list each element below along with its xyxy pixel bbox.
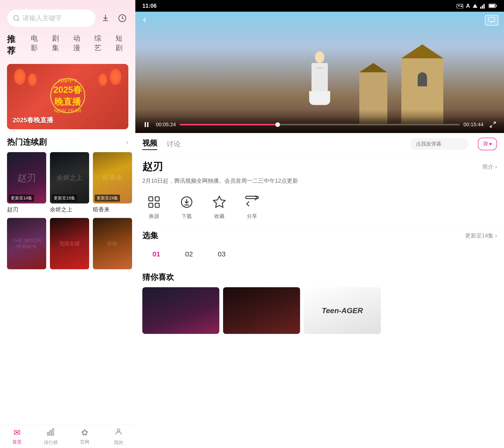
svg-line-21 [493, 122, 496, 124]
official-icon: ✿ [81, 428, 88, 437]
source-label: 换源 [149, 213, 159, 220]
rec-card-3[interactable]: Teen-AGER [304, 287, 381, 334]
right-panel: 11:06 A [135, 0, 504, 448]
download-button[interactable]: 下载 [175, 194, 198, 220]
nav-official[interactable]: ✿ 官网 [68, 425, 102, 448]
battery-icon [489, 3, 497, 8]
tab-video[interactable]: 视频 [142, 138, 157, 150]
danmu-button[interactable]: 弹 ♥ [478, 138, 497, 150]
svg-rect-16 [489, 17, 495, 21]
movie-card-anxiang[interactable]: 暗香来 更新至24集 暗香来 [93, 152, 132, 213]
nav-mine[interactable]: 我的 [102, 425, 135, 448]
episode-header: 选集 更新至14集 › [142, 230, 497, 241]
movie-title-yuying: 余烬之上 [50, 206, 89, 213]
tab-recommend[interactable]: 推荐 [7, 32, 22, 58]
source-switch-button[interactable]: 换源 [142, 194, 166, 220]
rec-thumb-3-text: Teen-AGER [322, 306, 363, 315]
show-intro-link[interactable]: 简介 › [482, 163, 497, 171]
mine-icon [114, 428, 123, 438]
banner-content: HAPPY 2025春晚直播 NEW YEAR [50, 78, 85, 115]
status-icons: A [457, 2, 497, 9]
nav-rank[interactable]: 排行榜 [34, 425, 68, 448]
play-pause-button[interactable] [141, 119, 152, 130]
movie-card-third[interactable]: 剧集 [93, 218, 132, 269]
tab-short[interactable]: 短剧 [115, 32, 128, 58]
svg-rect-15 [496, 5, 497, 6]
rec-card-1[interactable] [142, 287, 219, 334]
fullscreen-button[interactable] [487, 119, 498, 130]
episode-03[interactable]: 03 [208, 246, 236, 263]
danmu-input[interactable] [410, 138, 468, 150]
building-window [418, 72, 427, 86]
snake-circle: HAPPY 2025春晚直播 NEW YEAR [50, 78, 85, 113]
share-button[interactable]: 分享 [240, 194, 264, 220]
banner[interactable]: HAPPY 2025春晚直播 NEW YEAR 2025春晚直播 [7, 64, 128, 129]
home-icon: ✉ [14, 428, 20, 437]
tab-variety[interactable]: 综艺 [94, 32, 107, 58]
wifi-icon [473, 3, 477, 9]
show-title: 赵刃 [142, 160, 163, 174]
svg-rect-10 [480, 7, 481, 9]
update-badge-zhao: 更新至14集 [9, 195, 34, 202]
rec-thumb-2 [223, 287, 300, 334]
rank-icon [47, 428, 55, 438]
nav-home[interactable]: ✉ 首页 [0, 425, 34, 448]
favorite-button[interactable]: 收藏 [208, 194, 231, 220]
svg-rect-23 [149, 197, 153, 201]
lantern-1 [14, 69, 26, 85]
banner-title-overlay: 2025春晚直播 [13, 116, 53, 125]
tab-movie[interactable]: 电影 [31, 32, 44, 58]
update-badge-yuying: 更新至19集 [52, 195, 77, 202]
movie-thumb-third: 剧集 [93, 218, 132, 269]
progress-thumb[interactable] [275, 122, 280, 127]
show-title-row: 赵刃 简介 › [142, 160, 497, 174]
download-label: 下载 [181, 213, 192, 220]
download-icon [101, 14, 110, 22]
show-desc: 2月10日起，腾讯视频全网独播。会员首周一二三中午12点更新 [142, 176, 497, 185]
movie-thumb-witch: THE WITCH IS BACK [7, 218, 46, 269]
download-action-btn[interactable] [99, 12, 111, 24]
nav-rank-label: 排行榜 [44, 439, 58, 446]
nav-tabs: 推荐 电影 剧集 动漫 综艺 短剧 [0, 32, 135, 58]
bottom-nav: ✉ 首页 排行榜 ✿ 官网 我的 [0, 425, 135, 448]
tab-series[interactable]: 剧集 [52, 32, 65, 58]
episode-more[interactable]: 更新至14集 › [465, 232, 497, 239]
history-action-btn[interactable] [116, 12, 128, 24]
fullscreen-icon [489, 121, 496, 128]
status-time: 11:06 [142, 2, 157, 9]
share-label: 分享 [247, 213, 257, 220]
svg-marker-9 [473, 4, 477, 8]
clock-icon [118, 14, 126, 22]
signal-icon [480, 3, 486, 9]
tab-anime[interactable]: 动漫 [73, 32, 86, 58]
tv-icon [488, 17, 495, 22]
update-badge-anxiang: 更新至24集 [95, 195, 120, 202]
svg-rect-14 [489, 4, 495, 7]
search-input-wrap[interactable]: 请输入关键字 [7, 9, 96, 27]
progress-track[interactable] [180, 124, 460, 125]
back-button[interactable] [141, 16, 148, 26]
rec-card-2[interactable] [223, 287, 300, 334]
episode-02[interactable]: 02 [175, 246, 203, 263]
current-time: 00:05:24 [156, 122, 176, 128]
lantern-4 [98, 73, 107, 86]
episode-01[interactable]: 01 [142, 246, 170, 263]
favorite-icon [211, 194, 228, 211]
movie-card-fudi[interactable]: 危险女婿 [50, 218, 89, 269]
banner-happy: HAPPY [58, 77, 77, 84]
svg-rect-3 [47, 432, 49, 435]
movie-title-zhao: 赵刃 [7, 206, 46, 213]
player-controls: 00:05:24 00:15:44 [135, 116, 504, 133]
progress-bar-wrap: 00:05:24 00:15:44 [141, 119, 498, 130]
pause-icon [143, 121, 150, 128]
tv-cast-button[interactable] [485, 15, 498, 26]
movie-card-zhao[interactable]: 赵刃 更新至14集 赵刃 [7, 152, 46, 213]
hot-series-more[interactable]: › [126, 138, 128, 146]
video-player[interactable]: 00:05:24 00:15:44 [135, 12, 504, 133]
search-placeholder: 请输入关键字 [23, 14, 62, 23]
movie-card-yuying[interactable]: 余烬之上 更新至19集 余烬之上 [50, 152, 89, 213]
svg-rect-20 [147, 122, 148, 127]
rec-thumb-1 [142, 287, 219, 334]
movie-card-witch[interactable]: THE WITCH IS BACK [7, 218, 46, 269]
tab-discuss[interactable]: 讨论 [167, 139, 180, 149]
